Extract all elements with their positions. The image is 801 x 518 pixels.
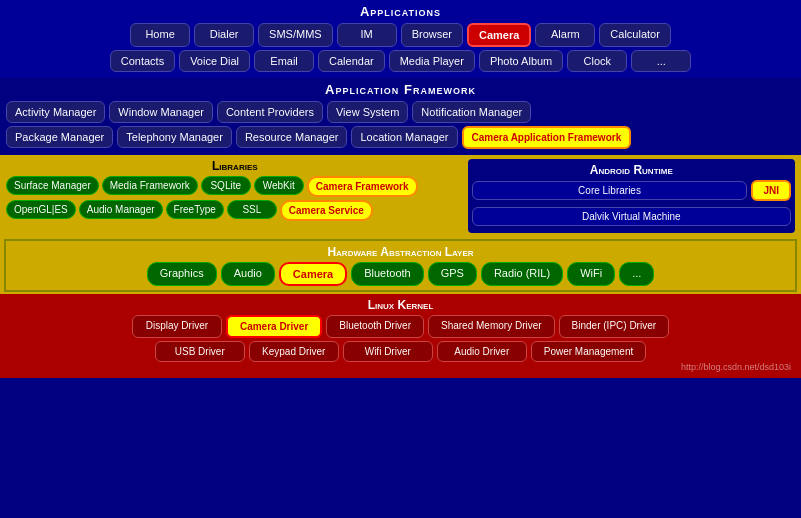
runtime-jni[interactable]: JNI: [751, 180, 791, 201]
kernel-powermgmt[interactable]: Power Management: [531, 341, 647, 362]
hal-bluetooth[interactable]: Bluetooth: [351, 262, 423, 286]
fw-notificationmanager[interactable]: Notification Manager: [412, 101, 531, 123]
framework-title: Application Framework: [6, 82, 795, 97]
hal-gps[interactable]: GPS: [428, 262, 477, 286]
framework-section: Application Framework Activity Manager W…: [0, 78, 801, 155]
runtime-dvm[interactable]: Dalvik Virtual Machine: [472, 207, 791, 226]
kernel-cameradriver[interactable]: Camera Driver: [226, 315, 322, 338]
app-alarm[interactable]: Alarm: [535, 23, 595, 47]
hal-wrapper: Hardware Abstraction Layer Graphics Audi…: [0, 237, 801, 294]
lib-audiomanager[interactable]: Audio Manager: [79, 200, 163, 219]
applications-title: Applications: [6, 4, 795, 19]
app-calendar[interactable]: Calendar: [318, 50, 385, 72]
lib-webkit[interactable]: WebKit: [254, 176, 304, 195]
fw-row-2: Package Manager Telephony Manager Resour…: [6, 126, 795, 149]
app-row-2: Contacts Voice Dial Email Calendar Media…: [6, 50, 795, 72]
lib-sqlite[interactable]: SQLite: [201, 176, 251, 195]
hal-audio[interactable]: Audio: [221, 262, 275, 286]
hal-title: Hardware Abstraction Layer: [12, 245, 789, 259]
lib-row-1: Surface Manager Media Framework SQLite W…: [6, 176, 464, 197]
runtime-title: Android Runtime: [472, 163, 791, 177]
runtime-box: Android Runtime Core Libraries JNI Dalvi…: [468, 159, 795, 233]
lib-cameraframework[interactable]: Camera Framework: [307, 176, 418, 197]
fw-grid: Activity Manager Window Manager Content …: [6, 101, 795, 149]
kernel-displaydriver[interactable]: Display Driver: [132, 315, 222, 338]
lib-grid: Surface Manager Media Framework SQLite W…: [6, 176, 464, 221]
app-im[interactable]: IM: [337, 23, 397, 47]
kernel-title: Linux Kernel: [6, 298, 795, 312]
fw-row-1: Activity Manager Window Manager Content …: [6, 101, 795, 123]
runtime-corelibs[interactable]: Core Libraries: [472, 181, 748, 200]
app-calculator[interactable]: Calculator: [599, 23, 671, 47]
app-contacts[interactable]: Contacts: [110, 50, 175, 72]
libraries-box: Libraries Surface Manager Media Framewor…: [6, 159, 464, 233]
kernel-grid: Display Driver Camera Driver Bluetooth D…: [6, 315, 795, 362]
hal-section: Hardware Abstraction Layer Graphics Audi…: [4, 239, 797, 292]
app-more[interactable]: ...: [631, 50, 691, 72]
kernel-sharedmemorydriver[interactable]: Shared Memory Driver: [428, 315, 555, 338]
lib-cameraservice[interactable]: Camera Service: [280, 200, 373, 221]
kernel-bluetoothdriver[interactable]: Bluetooth Driver: [326, 315, 424, 338]
libraries-title: Libraries: [6, 159, 464, 173]
lib-ssl[interactable]: SSL: [227, 200, 277, 219]
app-photoalbum[interactable]: Photo Album: [479, 50, 563, 72]
lib-mediaframework[interactable]: Media Framework: [102, 176, 198, 195]
lib-opengles[interactable]: OpenGL|ES: [6, 200, 76, 219]
app-mediaplayer[interactable]: Media Player: [389, 50, 475, 72]
fw-activitymanager[interactable]: Activity Manager: [6, 101, 105, 123]
fw-locationmanager[interactable]: Location Manager: [351, 126, 457, 148]
lib-surfacemanager[interactable]: Surface Manager: [6, 176, 99, 195]
app-dialer[interactable]: Dialer: [194, 23, 254, 47]
kernel-usbdriver[interactable]: USB Driver: [155, 341, 245, 362]
kernel-row-2: USB Driver Keypad Driver Wifi Driver Aud…: [6, 341, 795, 362]
applications-section: Applications Home Dialer SMS/MMS IM Brow…: [0, 0, 801, 78]
fw-contentproviders[interactable]: Content Providers: [217, 101, 323, 123]
app-browser[interactable]: Browser: [401, 23, 463, 47]
app-smsmms[interactable]: SMS/MMS: [258, 23, 333, 47]
kernel-wifidriver[interactable]: Wifi Driver: [343, 341, 433, 362]
fw-telephonymanager[interactable]: Telephony Manager: [117, 126, 232, 148]
app-row-1: Home Dialer SMS/MMS IM Browser Camera Al…: [6, 23, 795, 47]
hal-radio[interactable]: Radio (RIL): [481, 262, 563, 286]
middle-section: Libraries Surface Manager Media Framewor…: [0, 155, 801, 237]
app-clock[interactable]: Clock: [567, 50, 627, 72]
app-voicedial[interactable]: Voice Dial: [179, 50, 250, 72]
app-camera[interactable]: Camera: [467, 23, 531, 47]
hal-graphics[interactable]: Graphics: [147, 262, 217, 286]
app-home[interactable]: Home: [130, 23, 190, 47]
hal-more[interactable]: ...: [619, 262, 654, 286]
lib-row-2: OpenGL|ES Audio Manager FreeType SSL Cam…: [6, 200, 464, 221]
kernel-keypaddriver[interactable]: Keypad Driver: [249, 341, 339, 362]
kernel-section: Linux Kernel Display Driver Camera Drive…: [0, 294, 801, 378]
hal-wifi[interactable]: WiFi: [567, 262, 615, 286]
fw-packagemanager[interactable]: Package Manager: [6, 126, 113, 148]
fw-windowmanager[interactable]: Window Manager: [109, 101, 213, 123]
watermark: http://blog.csdn.net/dsd103i: [6, 362, 795, 372]
lib-freetype[interactable]: FreeType: [166, 200, 224, 219]
app-email[interactable]: Email: [254, 50, 314, 72]
app-grid: Home Dialer SMS/MMS IM Browser Camera Al…: [6, 23, 795, 72]
kernel-binderdriver[interactable]: Binder (IPC) Driver: [559, 315, 669, 338]
hal-camera[interactable]: Camera: [279, 262, 347, 286]
hal-row: Graphics Audio Camera Bluetooth GPS Radi…: [12, 262, 789, 286]
fw-cameraappframework[interactable]: Camera Application Framework: [462, 126, 632, 149]
fw-resourcemanager[interactable]: Resource Manager: [236, 126, 348, 148]
kernel-audiodriver[interactable]: Audio Driver: [437, 341, 527, 362]
fw-viewsystem[interactable]: View System: [327, 101, 408, 123]
kernel-row-1: Display Driver Camera Driver Bluetooth D…: [6, 315, 795, 338]
